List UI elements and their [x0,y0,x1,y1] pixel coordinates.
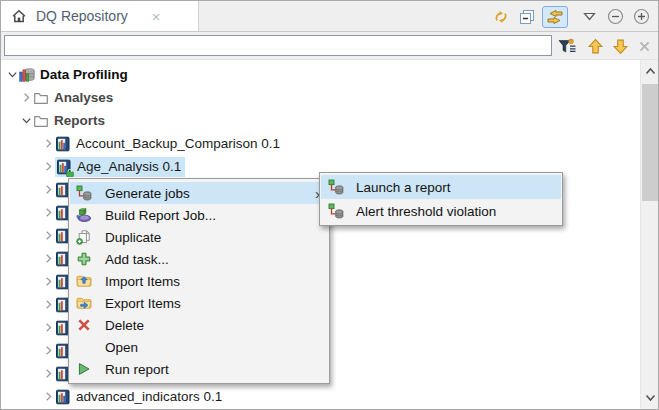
menu-item-run-report[interactable]: Run report [70,358,328,380]
menu-item-import-items[interactable]: Import Items [70,270,328,292]
menu-item-open[interactable]: Open [70,336,328,358]
tree-item-advanced-indicators[interactable]: advanced_indicators 0.1 [1,385,640,408]
arrow-up-icon [587,38,604,55]
tree-item-label: advanced_indicators 0.1 [76,389,222,404]
duplicate-icon [76,229,92,245]
chevron-down-icon [645,394,656,402]
menu-item-label: Generate jobs [105,186,190,201]
view-toolbar [486,1,652,32]
chevron-up-icon [645,67,656,75]
chevron-right-icon[interactable] [41,343,55,359]
menu-item-generate-jobs[interactable]: Generate jobs › [70,182,328,204]
chevron-right-icon[interactable] [41,274,55,290]
menu-item-label: Build Report Job... [105,208,216,223]
tree-item-label: Data Profiling [40,67,128,82]
menu-item-add-task[interactable]: Add task... [70,248,328,270]
job-icon [328,203,344,219]
tree-item-label: Age_Analysis 0.1 [77,159,181,174]
menu-item-launch-a-report[interactable]: Launch a report [321,175,561,199]
clear-filter-button[interactable] [634,36,654,56]
data-profiling-icon [19,67,35,83]
import-items-icon [76,273,92,289]
collapse-all-button[interactable] [516,6,538,28]
dq-repository-panel: DQ Repository × [0,0,659,410]
menu-item-label: Open [105,340,138,355]
menu-item-label: Delete [105,318,144,333]
chevron-right-icon[interactable] [41,159,55,175]
chevron-right-icon[interactable] [41,366,55,382]
chevron-right-icon[interactable] [41,136,55,152]
chevron-right-icon[interactable] [19,90,33,106]
scrollbar-vertical[interactable] [640,60,658,409]
filter-bar [1,32,658,60]
report-icon [55,136,71,152]
menu-item-label: Import Items [105,274,180,289]
maximize-button[interactable] [630,6,652,28]
build-job-icon [76,207,92,223]
selected-item-highlight[interactable]: Age_Analysis 0.1 [55,157,185,177]
find-next-button[interactable] [610,36,630,56]
tab-dq-repository[interactable]: DQ Repository × [1,1,199,31]
tree-item-account-backup-comparison[interactable]: Account_Backup_Comparison 0.1 [1,132,640,155]
folder-icon [33,113,49,129]
refresh-button[interactable] [490,6,512,28]
submenu-generate-jobs: Launch a report Alert threshold violatio… [319,172,563,226]
scroll-up-button[interactable] [642,63,658,79]
chevron-down-icon[interactable] [5,67,19,83]
menu-item-label: Export Items [105,296,181,311]
minimize-icon [607,8,624,25]
tree-item-label: Reports [54,113,105,128]
link-with-editor-icon [546,9,564,25]
add-task-icon [76,251,92,267]
view-menu-icon [583,12,596,21]
tree-item-label: Account_Backup_Comparison 0.1 [76,136,280,151]
menu-item-duplicate[interactable]: Duplicate [70,226,328,248]
run-report-icon [76,361,92,377]
no-icon-spacer [76,339,92,355]
menu-item-build-report-job[interactable]: Build Report Job... [70,204,328,226]
funnel-icon [558,38,577,55]
minimize-button[interactable] [604,6,626,28]
chevron-right-icon[interactable] [41,228,55,244]
collapse-all-icon [519,9,535,25]
tree-item-data-profiling[interactable]: Data Profiling [1,63,640,86]
home-icon [11,8,27,24]
tab-title: DQ Repository [36,8,128,24]
menu-item-delete[interactable]: Delete [70,314,328,336]
tree-item-reports[interactable]: Reports [1,109,640,132]
tab-bar: DQ Repository × [1,1,658,32]
report-icon [55,389,71,405]
lock-badge-icon [66,169,74,177]
scroll-down-button[interactable] [642,390,658,406]
chevron-right-icon[interactable] [41,320,55,336]
filter-button[interactable] [557,36,577,56]
menu-item-label: Run report [105,362,169,377]
find-previous-button[interactable] [585,36,605,56]
tree-item-analyses[interactable]: Analyses [1,86,640,109]
menu-item-label: Duplicate [105,230,161,245]
link-with-editor-toggle[interactable] [542,6,568,28]
folder-icon [33,90,49,106]
chevron-right-icon[interactable] [41,297,55,313]
context-menu: Generate jobs › Build Report Job... [68,178,330,384]
chevron-right-icon[interactable] [41,205,55,221]
chevron-right-icon[interactable] [41,182,55,198]
view-menu-button[interactable] [578,6,600,28]
maximize-icon [633,8,650,25]
chevron-right-icon[interactable] [41,389,55,405]
job-icon [328,179,344,195]
tab-close-icon[interactable]: × [152,9,161,24]
scrollbar-thumb[interactable] [642,84,658,201]
chevron-down-icon[interactable] [19,113,33,129]
menu-item-label: Launch a report [356,180,451,195]
export-items-icon [76,295,92,311]
menu-item-label: Alert threshold violation [356,204,496,219]
delete-icon [76,317,92,333]
chevron-right-icon[interactable] [41,251,55,267]
menu-item-alert-threshold-violation[interactable]: Alert threshold violation [321,199,561,223]
filter-input[interactable] [4,35,552,56]
menu-item-export-items[interactable]: Export Items [70,292,328,314]
job-icon [76,185,92,201]
menu-item-label: Add task... [105,252,169,267]
arrow-down-icon [612,38,629,55]
